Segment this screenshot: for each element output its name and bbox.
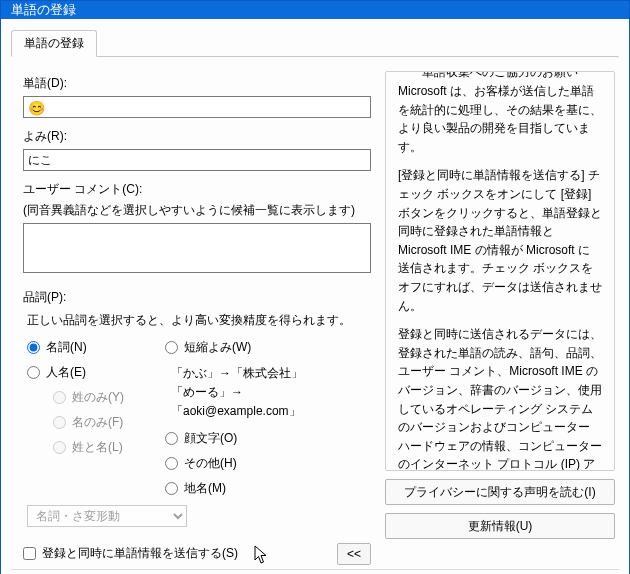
radio-seimei-input (53, 441, 66, 454)
sonota-select[interactable]: 名詞・さ変形動 (27, 505, 187, 527)
hinshi-radio-grid: 名詞(N) 短縮よみ(W) 人名(E) 「かぶ」 (27, 339, 371, 527)
radio-jinmei-input[interactable] (27, 366, 40, 379)
word-label: 単語(D): (23, 75, 371, 92)
radio-jinmei[interactable]: 人名(E) (27, 364, 157, 381)
hinshi-block: 品詞(P): 正しい品詞を選択すると、より高い変換精度を得られます。 名詞(N)… (23, 285, 371, 527)
window: 単語の登録 単語の登録 単語(D): 😊 よみ(R): ユーザー コメント(C)… (0, 0, 630, 574)
send-row: 登録と同時に単語情報を送信する(S) << (23, 543, 371, 565)
radio-sei-input (53, 391, 66, 404)
radio-kaomoji[interactable]: 顔文字(O) (165, 430, 365, 447)
update-button[interactable]: 更新情報(U) (385, 513, 615, 539)
radio-meishi[interactable]: 名詞(N) (27, 339, 157, 356)
radio-tanshuku[interactable]: 短縮よみ(W) (165, 339, 365, 356)
info-p2: [登録と同時に単語情報を送信する] チェック ボックスをオンにして [登録] ボ… (398, 166, 602, 315)
word-input[interactable]: 😊 (23, 96, 371, 118)
client-area: 単語の登録 単語(D): 😊 よみ(R): ユーザー コメント(C): (同音異… (1, 19, 629, 574)
bottom-bar: ユーザー辞書ツール(T) 登録(A) 閉じる (11, 569, 619, 574)
send-checkbox-input[interactable] (23, 547, 36, 560)
info-title: 単語収集へのご協力のお願い (416, 71, 584, 82)
radio-seimei[interactable]: 姓と名(L) (53, 439, 157, 456)
radio-chimei[interactable]: 地名(M) (165, 480, 365, 497)
radio-sei[interactable]: 姓のみ(Y) (53, 389, 157, 406)
radio-meishi-input[interactable] (27, 341, 40, 354)
yomi-input[interactable] (23, 149, 371, 171)
comment-hint: (同音異義語などを選択しやすいように候補一覧に表示します) (23, 202, 371, 219)
radio-mei-input (53, 416, 66, 429)
radio-kaomoji-input[interactable] (165, 432, 178, 445)
hinshi-hint: 正しい品詞を選択すると、より高い変換精度を得られます。 (27, 312, 371, 329)
radio-mei[interactable]: 名のみ(F) (53, 414, 157, 431)
hinshi-label: 品詞(P): (23, 289, 371, 306)
tabstrip: 単語の登録 (11, 29, 619, 56)
radio-chimei-input[interactable] (165, 482, 178, 495)
radio-sonota[interactable]: その他(H) (165, 455, 365, 472)
right-column: 単語収集へのご協力のお願い Microsoft は、お客様が送信した単語を統計的… (385, 71, 619, 569)
radio-sonota-input[interactable] (165, 457, 178, 470)
info-p3: 登録と同時に送信されるデータには、登録された単語の読み、語句、品詞、ユーザー コ… (398, 325, 602, 471)
send-checkbox[interactable]: 登録と同時に単語情報を送信する(S) (23, 545, 238, 562)
tabpanel: 単語(D): 😊 よみ(R): ユーザー コメント(C): (同音異義語などを選… (11, 56, 619, 569)
info-p1: Microsoft は、お客様が送信した単語を統計的に処理し、その結果を基に、よ… (398, 82, 602, 156)
jinmei-subradios: 姓のみ(Y) 名のみ(F) 姓と名(L) (53, 389, 157, 472)
window-title: 単語の登録 (11, 1, 76, 19)
radio-tanshuku-input[interactable] (165, 341, 178, 354)
tanshuku-examples: 「かぶ」→「株式会社」 「めーる」→「aoki@example.com」 (165, 364, 365, 422)
comment-label: ユーザー コメント(C): (23, 181, 371, 198)
tab-register[interactable]: 単語の登録 (11, 30, 97, 57)
titlebar: 単語の登録 (1, 1, 629, 19)
yomi-label: よみ(R): (23, 128, 371, 145)
left-column: 単語(D): 😊 よみ(R): ユーザー コメント(C): (同音異義語などを選… (11, 71, 371, 569)
comment-input[interactable] (23, 223, 371, 273)
info-groupbox: 単語収集へのご協力のお願い Microsoft は、お客様が送信した単語を統計的… (385, 71, 615, 471)
privacy-button[interactable]: プライバシーに関する声明を読む(I) (385, 479, 615, 505)
collapse-button[interactable]: << (337, 543, 371, 565)
